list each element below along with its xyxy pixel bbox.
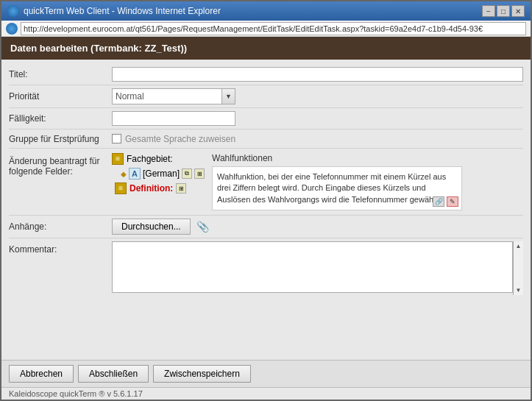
wahlfunktionen-text: Wahlfunktion, bei der eine Telefonnummer… — [217, 172, 446, 204]
scrollbar: ▲ ▼ — [513, 241, 523, 295]
prioritaet-dropdown[interactable]: Normal ▼ — [112, 88, 235, 104]
zwischenspeichern-button[interactable]: Zwischenspeichern — [153, 365, 251, 383]
scroll-up-arrow[interactable]: ▲ — [514, 241, 523, 251]
fachgebiet-icon: ⊞ — [112, 153, 124, 165]
browser-icon — [6, 23, 18, 35]
definition-icon: ⊞ — [115, 182, 127, 194]
kommentar-label: Kommentar: — [9, 241, 112, 255]
bullet-icon: ◆ — [121, 170, 127, 178]
wahlfunktionen-box: Wahlfunktion, bei der eine Telefonnummer… — [212, 166, 462, 210]
page-header: Daten bearbeiten (Termbank: ZZ_Test)) — [1, 37, 531, 60]
wf-edit-icon[interactable]: ✎ — [447, 196, 458, 207]
status-text: Kaleidoscope quickTerm ® v 5.6.1.17 — [9, 389, 143, 398]
status-bar: Kaleidoscope quickTerm ® v 5.6.1.17 — [1, 387, 531, 400]
gruppe-control: Gesamte Sprache zuweisen — [112, 134, 523, 144]
def-copy-icon[interactable]: ⊞ — [176, 183, 186, 194]
button-bar: Abbrechen Abschließen Zwischenspeichern — [1, 360, 531, 387]
titel-row: Titel: — [9, 64, 523, 85]
prioritaet-label: Priorität — [9, 91, 112, 102]
content-area: Daten bearbeiten (Termbank: ZZ_Test)) Ti… — [1, 37, 531, 400]
title-bar-controls: − □ ✕ — [482, 5, 525, 17]
gesamte-sprache-row: Gesamte Sprache zuweisen — [112, 134, 523, 144]
form-area: Titel: Priorität Normal ▼ Fälligkeit: — [1, 60, 531, 360]
aenderung-label: Änderung beantragt fürfolgende Felder: — [9, 153, 112, 177]
prioritaet-arrow[interactable]: ▼ — [221, 89, 235, 104]
faelligkeit-row: Fälligkeit: — [9, 108, 523, 129]
fachgebiet-label: Fachgebiet: — [127, 154, 173, 164]
minimize-button[interactable]: − — [482, 5, 495, 17]
scroll-down-arrow[interactable]: ▼ — [514, 285, 523, 295]
titel-control — [112, 67, 523, 82]
address-input[interactable] — [21, 22, 526, 35]
titel-label: Titel: — [9, 69, 112, 79]
wahlfunktionen-title: Wahlfunktionen — [212, 153, 523, 163]
letter-a-icon: A — [129, 168, 141, 180]
ie-icon — [7, 5, 19, 17]
wf-link-icon[interactable]: 🔗 — [433, 196, 444, 207]
titel-input[interactable] — [112, 67, 523, 82]
abbrechen-button[interactable]: Abbrechen — [9, 365, 74, 383]
fachgebiet-row: ⊞ Fachgebiet: — [112, 153, 205, 165]
wahlfunktionen-icons: 🔗 ✎ — [433, 196, 458, 207]
copy-icon-1[interactable]: ⧉ — [182, 168, 192, 179]
paperclip-icon: 📎 — [196, 221, 209, 233]
faelligkeit-control — [112, 111, 523, 126]
maximize-button[interactable]: □ — [497, 5, 510, 17]
copy-icon-2[interactable]: ⊞ — [194, 168, 205, 179]
window-title: quickTerm Web Client - Windows Internet … — [24, 6, 221, 16]
definition-row: ⊞ Definition: ⊞ — [112, 182, 205, 194]
kommentar-row: Kommentar: ▲ ▼ — [9, 238, 523, 298]
close-button[interactable]: ✕ — [511, 5, 525, 17]
anhaenge-row: Anhänge: Durchsuchen... 📎 — [9, 216, 523, 238]
gruppe-row: Gruppe für Erstprüfung Gesamte Sprache z… — [9, 129, 523, 149]
prioritaet-row: Priorität Normal ▼ — [9, 85, 523, 108]
anhaenge-label: Anhänge: — [9, 221, 112, 232]
title-bar: quickTerm Web Client - Windows Internet … — [1, 1, 531, 21]
german-text: [German] — [143, 168, 180, 179]
aenderung-content: ⊞ Fachgebiet: ◆ A [German] ⧉ ⊞ — [112, 153, 523, 210]
anhaenge-controls: Durchsuchen... 📎 — [112, 219, 523, 235]
right-col: Wahlfunktionen Wahlfunktion, bei der ein… — [212, 153, 523, 210]
faelligkeit-input[interactable] — [112, 111, 235, 126]
anhaenge-control: Durchsuchen... 📎 — [112, 219, 523, 235]
prioritaet-control: Normal ▼ — [112, 88, 523, 104]
page-title: Daten bearbeiten (Termbank: ZZ_Test)) — [10, 43, 187, 54]
kommentar-textarea[interactable] — [112, 241, 513, 293]
faelligkeit-label: Fälligkeit: — [9, 113, 112, 124]
definition-label: Definition: — [130, 183, 173, 194]
browse-button[interactable]: Durchsuchen... — [112, 219, 191, 235]
kommentar-wrapper: ▲ ▼ — [112, 241, 523, 295]
german-row: ◆ A [German] ⧉ ⊞ — [112, 168, 205, 180]
abschliessen-button[interactable]: Abschließen — [78, 365, 149, 383]
address-bar — [1, 21, 531, 37]
gesamte-sprache-label: Gesamte Sprache zuweisen — [125, 134, 235, 144]
gruppe-label: Gruppe für Erstprüfung — [9, 134, 112, 144]
window-frame: quickTerm Web Client - Windows Internet … — [0, 0, 532, 401]
prioritaet-value: Normal — [113, 91, 221, 102]
aenderung-row: Änderung beantragt fürfolgende Felder: ⊞… — [9, 149, 523, 216]
left-col: ⊞ Fachgebiet: ◆ A [German] ⧉ ⊞ — [112, 153, 205, 210]
title-bar-left: quickTerm Web Client - Windows Internet … — [7, 5, 221, 17]
gesamte-sprache-checkbox[interactable] — [112, 134, 121, 143]
